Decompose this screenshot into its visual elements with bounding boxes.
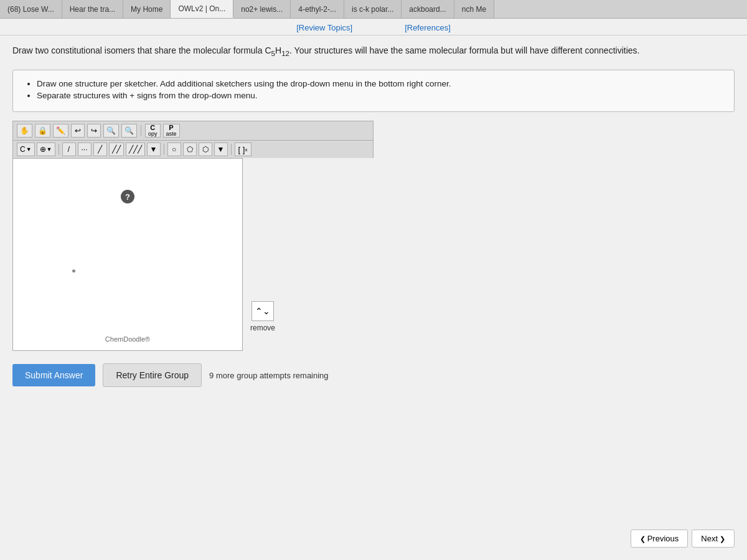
pentagon-ring-button[interactable]: ⬠ [183, 142, 197, 156]
canvas-right: ⌃⌄ remove [250, 301, 275, 332]
sketcher-canvas[interactable]: ? ChemDoodle® [12, 158, 243, 351]
tab-no2-lewis[interactable]: no2+ lewis... [233, 0, 291, 18]
single-bond-button[interactable]: / [62, 142, 76, 156]
tab-hear-tra[interactable]: Hear the tra... [62, 0, 123, 18]
single-bond2-button[interactable]: ╱ [93, 142, 107, 156]
toolbar-separator-2 [59, 144, 59, 155]
tab-is-ck-polar[interactable]: is c-k polar... [344, 0, 402, 18]
magnify-minus-button[interactable]: 🔍 [121, 124, 137, 138]
copy-button[interactable]: C opy [145, 124, 161, 138]
toolbar-separator-4 [231, 144, 232, 155]
bracket-button[interactable]: [ ]± [235, 142, 251, 156]
ring-dropdown-button[interactable]: ▼ [214, 142, 228, 156]
question-text: Draw two constitutional isomers that sha… [0, 35, 747, 65]
tab-lose-w[interactable]: (68) Lose W... [0, 0, 62, 18]
instruction-box: Draw one structure per sketcher. Add add… [12, 70, 735, 112]
references-link[interactable]: [References] [405, 23, 451, 32]
retry-entire-group-button[interactable]: Retry Entire Group [103, 363, 202, 387]
dotted-line-button[interactable]: ··· [78, 142, 92, 156]
curved-arrow2-button[interactable]: ↪ [87, 124, 101, 138]
tab-nch-me[interactable]: nch Me [454, 0, 494, 18]
tab-4ethyl[interactable]: 4-ethyl-2-... [291, 0, 344, 18]
toolbar-separator-1 [141, 125, 141, 136]
toolbar-bottom: C ▼ ⊕ ▼ / ··· ╱ ╱╱ ╱╱╱ ▼ ○ ⬠ ⬡ ▼ [ ]± [12, 140, 374, 158]
tab-owlv2[interactable]: OWLv2 | On... [171, 0, 233, 18]
circle-ring-button[interactable]: ○ [167, 142, 181, 156]
instruction-2: Separate structures with + signs from th… [37, 91, 723, 100]
toolbar-separator-3 [164, 144, 164, 155]
chevron-right-icon [720, 534, 725, 543]
hand-tool-button[interactable]: ✋ [17, 124, 32, 138]
next-button[interactable]: Next [692, 530, 735, 548]
remove-label: remove [250, 324, 275, 332]
canvas-row: ? ChemDoodle® ⌃⌄ remove [12, 158, 735, 351]
curved-arrow-button[interactable]: ↩ [71, 124, 85, 138]
carbon-dropdown-button[interactable]: C ▼ [17, 142, 35, 156]
lasso-tool-button[interactable]: 🔒 [35, 124, 50, 138]
submit-answer-button[interactable]: Submit Answer [12, 364, 95, 386]
canvas-dot [72, 269, 75, 273]
browser-tab-bar: (68) Lose W... Hear the tra... My Home O… [0, 0, 747, 19]
double-bond-button[interactable]: ╱╱ [109, 142, 124, 156]
structure-dropdown[interactable]: ⌃⌄ [251, 301, 274, 321]
page-content: [Review Topics] [References] Draw two co… [0, 19, 747, 560]
paste-button[interactable]: P aste [163, 124, 180, 138]
chevron-left-icon [640, 534, 646, 543]
action-bar: [Review Topics] [References] [0, 19, 747, 35]
toolbar-top: ✋ 🔒 ✏️ ↩ ↪ 🔍 🔍 C opy P aste [12, 121, 374, 140]
triple-bond-button[interactable]: ╱╱╱ [126, 142, 145, 156]
question-mark-icon: ? [121, 190, 134, 203]
tab-ackboard[interactable]: ackboard... [402, 0, 454, 18]
chemdoodle-label: ChemDoodle® [105, 335, 150, 343]
sketcher-section: ✋ 🔒 ✏️ ↩ ↪ 🔍 🔍 C opy P aste C [12, 121, 735, 351]
hexagon-ring-button[interactable]: ⬡ [199, 142, 212, 156]
add-atom-dropdown-button[interactable]: ⊕ ▼ [37, 142, 55, 156]
eraser-tool-button[interactable]: ✏️ [53, 124, 68, 138]
tab-my-home[interactable]: My Home [123, 0, 171, 18]
attempts-text: 9 more group attempts remaining [209, 371, 328, 380]
magnify-plus-button[interactable]: 🔍 [103, 124, 119, 138]
bottom-buttons: Submit Answer Retry Entire Group 9 more … [12, 363, 735, 387]
bond-dropdown-button[interactable]: ▼ [147, 142, 161, 156]
review-topics-link[interactable]: [Review Topics] [296, 23, 352, 32]
previous-button[interactable]: Previous [631, 530, 688, 548]
navigation-buttons: Previous Next [631, 530, 735, 548]
instruction-1: Draw one structure per sketcher. Add add… [37, 79, 723, 88]
